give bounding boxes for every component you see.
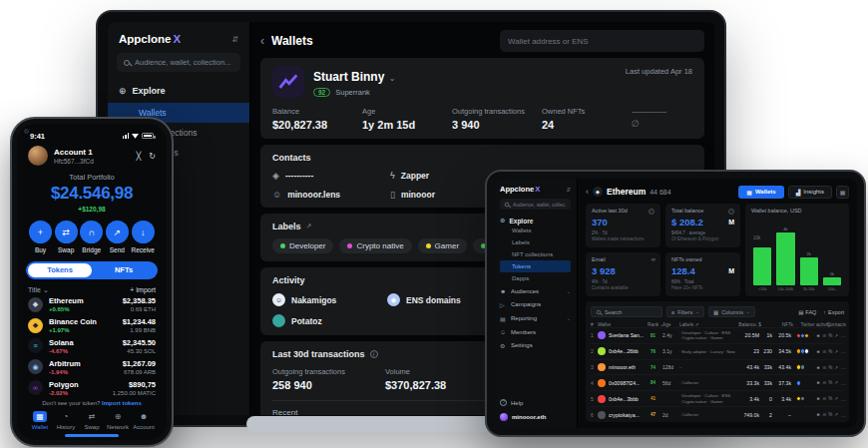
sidebar-item-nft-collections[interactable]: NFT collections (500, 248, 571, 260)
info-icon[interactable] (370, 350, 378, 358)
back-icon[interactable]: ‹ (260, 34, 264, 48)
contact-item[interactable]: ◈ ---------- (272, 171, 390, 181)
sidebar-profile[interactable]: minooor.eth (500, 409, 571, 422)
table-row[interactable]: 1 Svetlana San... 81 2.4y · Developer · … (591, 327, 844, 343)
nfts-cell: 43.4k (774, 364, 793, 370)
wallets-button[interactable]: ▦ Wallets (738, 186, 783, 199)
sidebar-group-item[interactable]: ⚙ Settings (500, 338, 571, 352)
sidebar-group-item[interactable]: ☺ Members (500, 325, 571, 338)
activity-item[interactable]: ☺ Nakamigos (272, 293, 387, 306)
unit-selector[interactable]: M (728, 267, 734, 274)
sidebar-group-item[interactable]: ☻ Audiences ⌄ (500, 284, 571, 297)
wallet-cell[interactable]: minooor.eth (598, 363, 648, 371)
home-indicator[interactable] (65, 434, 119, 437)
activity-icons: ☻ ⊙ % ↗ (813, 396, 838, 401)
filters-dropdown[interactable]: ≡ Filters ⌄ (666, 306, 704, 317)
sidebar-item-labels[interactable]: Labels (500, 236, 571, 248)
token-row[interactable]: ≡ Solana -4.67% $2,345.50 45.30 SOL (26, 335, 158, 356)
tab-tokens[interactable]: Tokens (28, 263, 92, 277)
nav-account[interactable]: ☻ Account (131, 411, 157, 430)
refresh-icon[interactable]: ↻ (149, 152, 156, 161)
globe-icon: ⊕ (119, 86, 127, 96)
sidebar-search-input[interactable]: Audience, wallet, collec... (500, 199, 571, 210)
contact-item-lens[interactable]: ☺ minooor.lens (272, 190, 390, 200)
row-more-button[interactable]: … (838, 348, 846, 354)
nav-swap[interactable]: ⇄ Swap (79, 411, 105, 430)
x-axis-label: 10k-100k (778, 287, 794, 291)
table-row[interactable]: 2 0xb4e...26bb 76 3.1y · Early adopter ·… (591, 343, 844, 359)
table-row[interactable]: 4 0x00987f24... 84 56d · Collector (591, 374, 844, 390)
insights-button[interactable]: ▟ Insights (788, 186, 832, 199)
sidebar-item-wallets[interactable]: Wallets (500, 224, 571, 236)
portfolio-label: Total Portfolio (26, 173, 158, 182)
wallet-cell[interactable]: 0xb4e...26bb (598, 347, 648, 355)
info-icon[interactable] (649, 209, 654, 215)
info-icon[interactable] (728, 209, 734, 215)
table-row[interactable]: 5 0xb4e...3bbb 41 · Developer · Culture … (591, 390, 844, 406)
columns-dropdown[interactable]: ▦ Columns ⌄ (708, 306, 755, 317)
lens-icon: ☺ (272, 190, 281, 200)
sort-by-title[interactable]: Title ⌄ (28, 286, 49, 294)
bar (823, 277, 841, 285)
wallet-cell[interactable]: cryptokatya... (598, 411, 648, 419)
wallet-cell[interactable]: 0xb4e...3bbb (598, 395, 648, 403)
faq-button[interactable]: ▤FAQ (798, 309, 816, 315)
label-chip[interactable]: Crypto native (339, 238, 411, 253)
layout-grid-button[interactable]: ▦ (836, 186, 849, 199)
row-more-button[interactable]: … (838, 412, 846, 418)
action-button[interactable]: + Buy (29, 221, 52, 253)
back-icon[interactable]: ‹ (586, 187, 589, 197)
activity-item[interactable]: Potatoz (272, 314, 387, 327)
percent-icon: % (828, 349, 832, 354)
token-row[interactable]: ◉ Arbitrum -1.94% $1,267.09 678.09 ARB (26, 356, 158, 377)
sidebar-search-input[interactable]: Audience, wallet, collection... (117, 53, 240, 72)
action-icon: + (29, 221, 52, 243)
table-search-input[interactable]: Search (591, 306, 662, 317)
nav-wallet[interactable]: ▦ Wallet (27, 411, 53, 430)
action-icon: ⇄ (55, 221, 78, 243)
label-chip[interactable]: Developer (272, 238, 333, 253)
chevron-down-icon[interactable]: ⌄ (389, 74, 396, 83)
sidebar-item-tokens[interactable]: Tokens (500, 260, 571, 272)
token-row[interactable]: ◆ Binance Coin +1.97% $1,234.48 1.99 BNB (26, 315, 158, 336)
action-button[interactable]: ↗ Send (106, 221, 129, 253)
export-button[interactable]: ↑Export (823, 309, 844, 315)
x-axis-label: 10k+ (828, 287, 836, 291)
sidebar-item-dapps[interactable]: Dapps (500, 272, 571, 284)
rank-badge: 74 (648, 364, 658, 371)
row-more-button[interactable]: … (838, 396, 846, 402)
token-row[interactable]: ◆ Ethereum +0.65% $2,358.35 0.69 ETH (26, 294, 158, 315)
sidebar-collapse-icon[interactable]: ⇵ (231, 35, 238, 44)
account-row[interactable]: Account 1 Hfc567...3fCd ╳ ↻ (26, 146, 158, 166)
sidebar-group-item[interactable]: ▤ Reporting ⌄ (500, 311, 571, 325)
sidebar-section-explore[interactable]: ⊕ Explore (500, 217, 571, 224)
token-row[interactable]: ∞ Polygon -2.02% $890,75 1,250.00 MATIC (26, 377, 158, 398)
action-button[interactable]: ↓ Receive (132, 221, 155, 253)
wallet-search-input[interactable]: Wallet address or ENS (500, 30, 704, 52)
import-button[interactable]: + Import (130, 286, 156, 293)
row-more-button[interactable]: … (838, 332, 846, 338)
sidebar-group-item[interactable]: ▷ Campaigns (500, 297, 571, 311)
table-row[interactable]: 3 minooor.eth 74 128d – 43.4k (591, 359, 844, 375)
scan-icon[interactable]: ╳ (136, 152, 141, 161)
tab-nfts[interactable]: NFTs (92, 263, 156, 277)
sidebar-section-explore[interactable]: ⊕ Explore (117, 82, 240, 103)
external-link-icon[interactable]: ↗ (306, 223, 312, 230)
unit-selector[interactable]: M (728, 219, 734, 225)
label-chip[interactable]: Gamer (418, 238, 467, 253)
action-button[interactable]: ⇄ Swap (55, 221, 78, 253)
wallet-cell[interactable]: 0x00987f24... (598, 379, 648, 387)
help-item[interactable]: Help (500, 396, 571, 409)
row-number: 4 (591, 380, 598, 386)
wallet-cell[interactable]: Svetlana San... (598, 331, 648, 339)
balance-cell: 43.4k (737, 364, 761, 370)
table-row[interactable]: 6 cryptokatya... 47 2d · Collector (591, 406, 844, 422)
nav-history[interactable]: ◔ History (53, 411, 79, 430)
action-button[interactable]: ∩ Bridge (80, 221, 103, 253)
row-more-button[interactable]: … (838, 364, 846, 370)
row-more-button[interactable]: … (838, 380, 846, 386)
import-tokens-link[interactable]: Import tokens (102, 400, 142, 406)
sidebar-collapse-icon[interactable]: ⇵ (566, 187, 571, 193)
nav-network[interactable]: ⊕ Network (105, 411, 131, 430)
wallet-name[interactable]: Stuart Binny (313, 70, 384, 84)
